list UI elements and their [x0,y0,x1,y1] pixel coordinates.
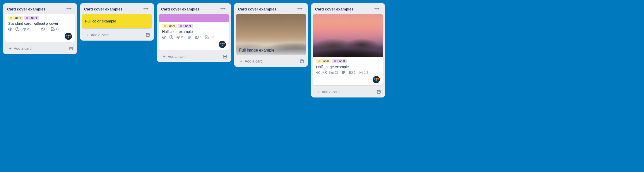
template-icon [300,59,304,63]
svg-rect-36 [350,72,351,72]
watch-badge [316,70,320,75]
checklist-count: 0/3 [210,35,214,39]
card[interactable]: Label Label Half color example Sep 28 1 … [159,14,229,50]
checklist-icon [51,27,55,31]
description-icon [34,27,38,31]
checklist-count: 0/3 [364,71,368,74]
avatar[interactable] [373,76,380,83]
label-purple[interactable]: Label [178,24,193,28]
clock-icon [323,70,327,75]
card-full-image[interactable]: Full image example [236,14,306,55]
members [316,76,380,83]
add-card-button[interactable]: Add a card [315,89,341,95]
svg-rect-21 [196,36,197,37]
svg-point-0 [10,29,11,30]
add-card-row: Add a card [313,87,383,95]
badges: Sep 28 1 0/3 [316,70,380,75]
template-button[interactable] [300,59,304,63]
checklist-icon [205,35,209,39]
list-menu-button[interactable]: ••• [142,6,150,12]
template-button[interactable] [223,55,227,59]
list-header: Card cover examples ••• [82,5,152,14]
list-header: Card cover examples ••• [236,5,306,14]
plus-icon [316,90,320,94]
list-title[interactable]: Card cover examples [7,7,46,11]
label-text: Label [29,16,37,20]
watch-badge [162,35,166,39]
label-yellow[interactable]: Label [8,16,23,20]
card-cover-image: Full image example [236,14,306,55]
label-text: Label [321,59,329,63]
watch-badge [8,27,12,31]
checklist-badge: 0/3 [205,35,214,39]
list-menu-button[interactable]: ••• [219,6,227,12]
label-dot-icon [10,17,12,19]
list: Card cover examples ••• Full image examp… [234,3,308,67]
avatar[interactable] [219,41,226,48]
template-icon [69,46,73,51]
list: Card cover examples ••• Label Label Half… [157,3,231,62]
list: Card cover examples ••• Label Label Stan… [3,3,77,54]
label-dot-icon [164,25,166,27]
card[interactable]: Label Label Half image example Sep 28 1 … [313,14,383,85]
card-title: Half color example [162,30,226,34]
checklist-badge: 1/3 [51,27,60,31]
list-title[interactable]: Card cover examples [161,7,200,11]
members [8,33,72,40]
add-card-button[interactable]: Add a card [238,58,264,64]
description-icon [342,70,346,75]
avatar[interactable] [65,33,72,40]
list-title[interactable]: Card cover examples [84,7,123,11]
due-badge: Sep 28 [323,70,339,75]
list: Card cover examples ••• Label Label Half… [311,3,385,97]
card[interactable]: Label Label Standard card, without a cov… [5,14,75,42]
list-title[interactable]: Card cover examples [238,7,277,11]
card-body: Label Label Half image example Sep 28 1 … [313,57,383,85]
template-icon [146,33,150,37]
template-icon [223,55,227,59]
svg-rect-6 [42,28,43,29]
list-title[interactable]: Card cover examples [315,7,354,11]
attachment-badge: 1 [195,35,202,39]
add-card-label: Add a card [245,59,263,63]
add-card-label: Add a card [91,33,109,37]
label-text: Label [14,16,21,20]
avatar-dot-icon [377,78,379,80]
plus-icon [239,59,243,63]
badges: Sep 28 1 0/3 [162,35,226,39]
add-card-button[interactable]: Add a card [7,45,33,52]
card-full-color[interactable]: Full color example [82,14,152,28]
label-purple[interactable]: Label [332,59,347,63]
list-menu-button[interactable]: ••• [373,6,381,12]
checklist-count: 1/3 [56,27,60,31]
due-badge: Sep 28 [15,27,31,31]
clock-icon [169,35,173,39]
avatar-dot-icon [222,45,223,46]
avatar-dot-icon [223,43,225,44]
template-button[interactable] [69,46,73,51]
label-text: Label [337,59,345,63]
avatar-dot-icon [68,36,69,38]
label-dot-icon [180,25,182,27]
add-card-button[interactable]: Add a card [161,54,187,60]
label-yellow[interactable]: Label [162,24,177,28]
card-body: Label Label Standard card, without a cov… [5,14,75,42]
svg-rect-29 [301,60,303,61]
list-header: Card cover examples ••• [159,5,229,14]
add-card-label: Add a card [322,90,340,94]
card-body: Label Label Half color example Sep 28 1 … [159,22,229,50]
add-card-button[interactable]: Add a card [84,32,110,38]
label-purple[interactable]: Label [24,16,39,20]
template-button[interactable] [146,33,150,37]
plus-icon [85,33,89,37]
list-menu-button[interactable]: ••• [65,6,73,12]
svg-point-15 [164,37,165,38]
clock-icon [15,27,19,31]
card-cover-image [313,14,383,57]
list-menu-button[interactable]: ••• [296,6,304,12]
due-text: Sep 28 [20,27,31,31]
add-card-label: Add a card [168,55,186,59]
template-button[interactable] [377,90,381,94]
description-badge [188,35,192,39]
label-yellow[interactable]: Label [316,59,331,63]
